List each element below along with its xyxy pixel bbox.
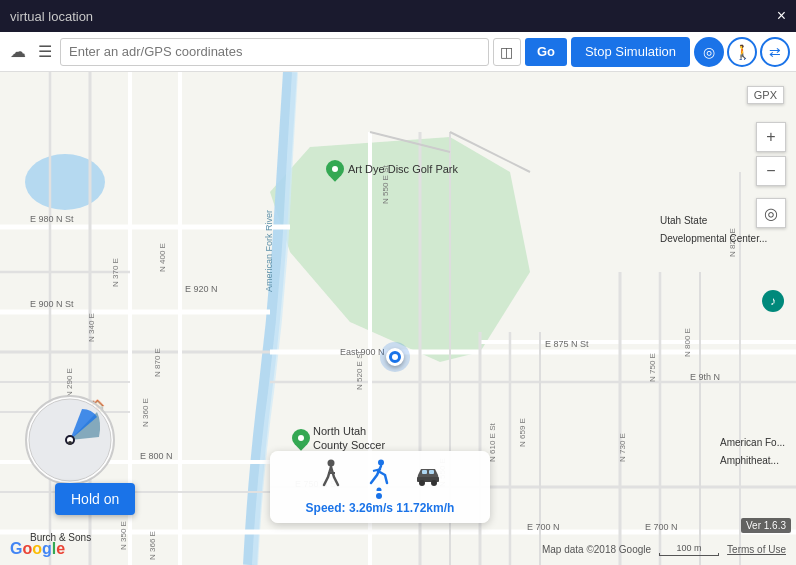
amphitheater-label: American Fo...Amphitheat... [720, 432, 785, 468]
soccer-label: North UtahCounty Soccer [292, 424, 385, 453]
svg-rect-70 [429, 470, 434, 474]
svg-point-68 [431, 480, 437, 486]
stop-simulation-button[interactable]: Stop Simulation [571, 37, 690, 67]
app-title: virtual location [10, 9, 93, 24]
art-dye-label: Art Dye Disc Golf Park [326, 160, 458, 178]
speed-text: Speed: 3.26m/s 11.72km/h [306, 501, 455, 515]
toolbar-right-buttons: ◎ 🚶 ⇄ [694, 37, 790, 67]
zoom-in-button[interactable]: + [756, 122, 786, 152]
svg-point-65 [377, 488, 382, 492]
utah-state-label: Utah StateDevelopmental Center... [660, 210, 767, 246]
route-icon: ⇄ [769, 44, 781, 60]
close-button[interactable]: × [777, 7, 786, 25]
svg-point-62 [68, 441, 72, 445]
walk-icon: 🚶 [734, 44, 751, 60]
teal-place-icon[interactable]: ♪ [762, 290, 784, 312]
run-mode-button[interactable] [365, 459, 393, 497]
menu-button[interactable]: ☰ [34, 38, 56, 65]
hold-on-button[interactable]: Hold on [55, 483, 135, 515]
svg-point-63 [328, 460, 335, 467]
car-mode-button[interactable] [413, 461, 443, 495]
walk-button[interactable]: 🚶 [727, 37, 757, 67]
target-button[interactable]: ◎ [756, 198, 786, 228]
svg-point-67 [419, 480, 425, 486]
speed-value-ms: 3.26m/s [349, 501, 393, 515]
zoom-out-button[interactable]: − [756, 156, 786, 186]
save-button[interactable]: ◫ [493, 38, 521, 66]
title-bar: virtual location × [0, 0, 796, 32]
speed-value-kmh: 11.72km/h [396, 501, 454, 515]
menu-icon: ☰ [38, 42, 52, 61]
go-button[interactable]: Go [525, 38, 567, 66]
svg-point-64 [378, 460, 384, 466]
cloud-button[interactable]: ☁ [6, 38, 30, 65]
compass-widget [25, 395, 115, 485]
gps-icon: ◎ [703, 44, 715, 60]
version-label: Ver 1.6.3 [741, 518, 791, 533]
current-location-marker [380, 342, 410, 372]
speed-panel: Speed: 3.26m/s 11.72km/h [270, 451, 490, 523]
burch-sons-label: Burch & Sons [30, 527, 91, 545]
target-icon: ◎ [764, 204, 778, 223]
save-icon: ◫ [500, 44, 513, 60]
map-container: American Fork River E 980 N St E 900 N S… [0, 72, 796, 565]
route-button[interactable]: ⇄ [760, 37, 790, 67]
gpx-label[interactable]: GPX [747, 86, 784, 104]
transport-mode-selector [317, 459, 443, 497]
map-right-buttons: + − ◎ [756, 122, 786, 228]
coordinates-input[interactable] [60, 38, 489, 66]
svg-rect-69 [422, 470, 427, 474]
cloud-icon: ☁ [10, 42, 26, 61]
walk-mode-button[interactable] [317, 459, 345, 497]
gps-button[interactable]: ◎ [694, 37, 724, 67]
toolbar: ☁ ☰ ◫ Go Stop Simulation ◎ 🚶 ⇄ [0, 32, 796, 72]
